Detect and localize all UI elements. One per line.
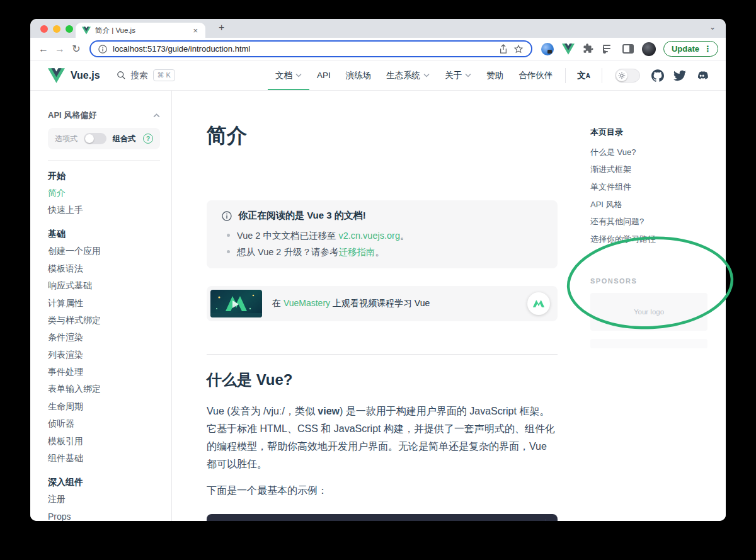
sidebar-item[interactable]: 模板引用	[48, 433, 160, 450]
chevron-down-icon	[423, 73, 430, 77]
sidebar-item[interactable]: 组件基础	[48, 450, 160, 467]
options-api-label[interactable]: 选项式	[55, 134, 77, 144]
close-window-button[interactable]	[40, 25, 48, 33]
example-lead-paragraph: 下面是一个最基本的示例：	[207, 482, 558, 500]
sidebar-section: 基础创建一个应用模板语法响应式基础计算属性类与样式绑定条件渲染列表渲染事件处理表…	[48, 226, 160, 467]
sidebar-item[interactable]: 注册	[48, 491, 160, 508]
code-block[interactable]: js import { createApp } from 'vue' creat…	[207, 514, 558, 521]
api-preference-header[interactable]: API 风格偏好	[48, 110, 160, 121]
sidebar-item[interactable]: 类与样式绑定	[48, 312, 160, 329]
discord-icon[interactable]	[696, 69, 708, 82]
nav-item-label: API	[317, 71, 331, 80]
site-logo[interactable]: Vue.js	[48, 68, 100, 83]
info-icon	[222, 211, 232, 221]
toc-item[interactable]: 单文件组件	[590, 178, 726, 196]
toc-item[interactable]: 渐进式框架	[590, 161, 726, 179]
sidebar-item[interactable]: 快速上手	[48, 202, 160, 219]
nav-item-sponsor[interactable]: 赞助	[479, 60, 511, 90]
toc-item[interactable]: API 风格	[590, 196, 726, 214]
site-info-icon[interactable]	[98, 45, 107, 54]
github-icon[interactable]	[651, 69, 664, 82]
nav-item-about[interactable]: 关于	[437, 60, 479, 90]
composition-api-label[interactable]: 组合式	[113, 134, 135, 144]
sidebar-section: 开始简介快速上手	[48, 168, 160, 219]
forward-button[interactable]: →	[52, 43, 68, 55]
sponsor-placeholder-box[interactable]: Your logo	[590, 293, 707, 331]
vue-devtools-icon[interactable]	[562, 43, 575, 55]
close-tab-icon[interactable]: ×	[192, 25, 199, 36]
vue-favicon	[82, 26, 91, 35]
url-bar[interactable]: localhost:5173/guide/introduction.html	[89, 40, 532, 57]
nav-item-docs[interactable]: 文档	[268, 60, 309, 90]
sidebar-item[interactable]: 计算属性	[48, 295, 160, 312]
sidebar-item[interactable]: 模板语法	[48, 260, 160, 277]
nav-item-label: 演练场	[346, 70, 372, 81]
nav-item-partners[interactable]: 合作伙伴	[511, 60, 560, 90]
sidebar-item[interactable]: 表单输入绑定	[48, 381, 160, 398]
sponsor-placeholder-text: Your logo	[634, 308, 664, 316]
sidebar-item[interactable]: 条件渲染	[48, 329, 160, 346]
reload-button[interactable]: ↻	[68, 43, 84, 55]
zoom-window-button[interactable]	[66, 25, 73, 33]
vuemastery-thumb-art	[210, 290, 262, 317]
browser-tab[interactable]: 简介 | Vue.js ×	[76, 23, 205, 38]
sidebar-item[interactable]: 列表渲染	[48, 346, 160, 363]
tab-search-chevron-icon[interactable]: ⌄	[709, 23, 716, 31]
nav-item-label: 赞助	[486, 70, 503, 81]
chevron-up-icon	[153, 113, 160, 118]
toc-item[interactable]: 选择你的学习路径	[590, 231, 726, 248]
vuemastery-banner[interactable]: 在 VueMastery 上观看视频课程学习 Vue	[207, 286, 558, 321]
share-icon[interactable]	[499, 44, 508, 54]
theme-toggle[interactable]	[615, 69, 640, 83]
search-shortcut-kbd: ⌘ K	[153, 69, 175, 81]
page-body: API 风格偏好 选项式 组合式 ? 开始简介快速上手基础创建一个应用模板语法响…	[30, 91, 726, 521]
api-style-switch[interactable]	[84, 133, 106, 144]
url-text[interactable]: localhost:5173/guide/introduction.html	[113, 44, 493, 54]
toc-title: 本页目录	[590, 127, 726, 138]
sidebar-section-title: 深入组件	[48, 474, 160, 491]
nav-item-api[interactable]: API	[309, 60, 338, 90]
vpn-extension-icon[interactable]	[541, 43, 554, 55]
sidebar-item[interactable]: 生命周期	[48, 398, 160, 415]
toc-item[interactable]: 什么是 Vue?	[590, 144, 726, 161]
chrome-update-button[interactable]: Update ⋮	[663, 41, 718, 57]
side-panel-icon[interactable]	[622, 44, 634, 54]
sidebar-item[interactable]: 简介	[48, 185, 160, 202]
back-button[interactable]: ←	[35, 43, 52, 55]
minimize-window-button[interactable]	[53, 25, 60, 33]
header-separator	[565, 68, 566, 83]
vuemastery-link[interactable]: VueMastery	[284, 298, 330, 308]
what-is-vue-heading: 什么是 Vue?	[207, 370, 558, 390]
sidebar-item[interactable]: 事件处理	[48, 363, 160, 380]
search-button[interactable]: 搜索 ⌘ K	[117, 69, 175, 81]
nav-item-label: 合作伙伴	[518, 70, 553, 81]
browser-menu-icon[interactable]: ⋮	[704, 44, 712, 54]
sidebar-section: 深入组件注册Props事件透传 Attributes插槽	[48, 474, 160, 521]
sidebar-item[interactable]: 侦听器	[48, 416, 160, 433]
search-label: 搜索	[131, 70, 148, 81]
vuemastery-logo-icon	[532, 299, 545, 308]
translate-menu[interactable]: 文A	[571, 70, 597, 81]
tab-audio-extension-icon[interactable]	[603, 44, 614, 54]
info-bullet: Vue 2 中文文档已迁移至 v2.cn.vuejs.org。	[227, 227, 542, 244]
nav-item-ecosystem[interactable]: 生态系统	[379, 60, 437, 90]
new-tab-button[interactable]: +	[214, 21, 229, 34]
api-style-help-icon[interactable]: ?	[143, 134, 153, 144]
sun-icon	[618, 72, 626, 79]
sidebar-item[interactable]: 创建一个应用	[48, 243, 160, 260]
nav-item-playground[interactable]: 演练场	[338, 60, 379, 90]
inline-link[interactable]: 迁移指南	[338, 247, 375, 257]
sidebar-item[interactable]: 响应式基础	[48, 278, 160, 295]
sidebar-item[interactable]: Props	[48, 508, 160, 521]
inline-link[interactable]: v2.cn.vuejs.org	[338, 231, 400, 241]
twitter-icon[interactable]	[673, 69, 686, 82]
bookmark-star-icon[interactable]	[513, 44, 524, 54]
profile-avatar[interactable]	[642, 42, 656, 56]
window-controls	[40, 25, 73, 33]
toc-item[interactable]: 还有其他问题?	[590, 213, 726, 231]
sidebar-sections: 开始简介快速上手基础创建一个应用模板语法响应式基础计算属性类与样式绑定条件渲染列…	[48, 168, 160, 521]
inline-text: 想从 Vue 2 升级？请参考	[237, 247, 338, 257]
puzzle-extensions-icon[interactable]	[583, 43, 595, 55]
nav-item-label: 文档	[275, 70, 292, 81]
inline-text: 。	[400, 231, 410, 241]
